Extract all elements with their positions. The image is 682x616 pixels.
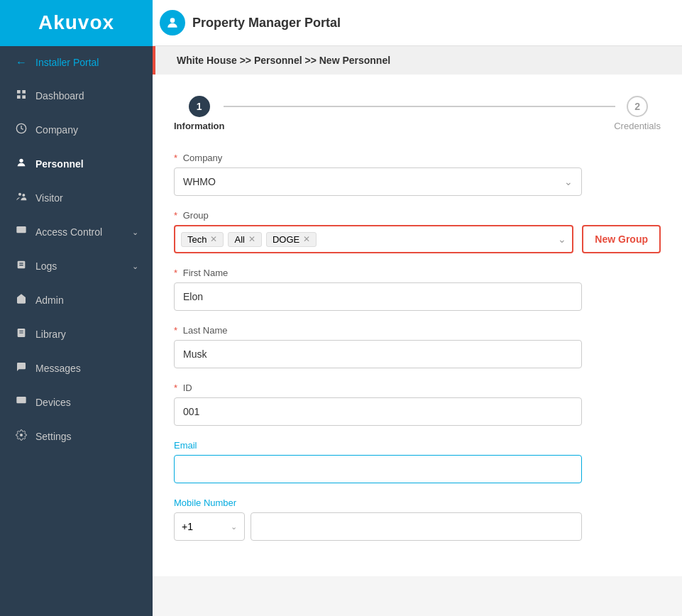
svg-rect-3: [17, 95, 21, 99]
tag-label: All: [234, 234, 244, 245]
email-label: Email: [174, 440, 661, 451]
group-tag-all: All ✕: [228, 232, 261, 247]
last-name-required: *: [174, 325, 177, 336]
chevron-down-icon: ⌄: [132, 228, 138, 237]
id-field-group: * ID: [174, 383, 661, 426]
country-code-value: +1: [182, 521, 193, 532]
personnel-icon: [14, 157, 28, 171]
step-1-circle: 1: [189, 96, 210, 117]
svg-point-7: [18, 193, 21, 196]
group-tag-doge: DOGE ✕: [266, 232, 317, 247]
breadcrumb: White House >> Personnel >> New Personne…: [153, 46, 682, 75]
group-required: *: [174, 210, 177, 221]
svg-point-17: [20, 434, 23, 436]
sidebar-item-dashboard[interactable]: Dashboard: [0, 79, 153, 113]
devices-icon: [14, 395, 28, 409]
group-select[interactable]: Tech ✕ All ✕ DOGE ✕ ⌄: [174, 225, 573, 253]
sidebar-item-label: Messages: [35, 363, 81, 374]
step-1: 1 Information: [174, 96, 225, 131]
sidebar-item-label: Library: [35, 329, 66, 340]
sidebar-item-personnel[interactable]: Personnel: [0, 147, 153, 181]
country-code-select[interactable]: +1 ⌄: [174, 512, 245, 541]
tag-remove-icon[interactable]: ✕: [248, 234, 255, 244]
svg-rect-16: [16, 397, 26, 403]
step-2-label: Credentials: [614, 121, 661, 131]
id-required: *: [174, 383, 177, 393]
last-name-field-group: * Last Name: [174, 325, 661, 368]
company-label: * Company: [174, 153, 661, 163]
sidebar-item-installer-portal[interactable]: ← Installer Portal: [0, 46, 153, 79]
chevron-down-icon: ⌄: [132, 262, 138, 271]
last-name-label: * Last Name: [174, 325, 661, 336]
group-field-group: * Group: [174, 210, 661, 221]
sidebar-item-label: Access Control: [35, 226, 102, 238]
step-2-circle: 2: [627, 96, 648, 117]
sidebar-item-label: Installer Portal: [35, 57, 99, 68]
sidebar-item-label: Personnel: [35, 158, 84, 170]
sidebar-item-settings[interactable]: Settings: [0, 419, 153, 453]
sidebar-item-label: Visitor: [35, 192, 63, 204]
new-group-button[interactable]: New Group: [582, 225, 661, 253]
sidebar-item-devices[interactable]: Devices: [0, 385, 153, 419]
id-input[interactable]: [174, 397, 582, 426]
chevron-down-icon: ⌄: [564, 176, 573, 187]
company-field-group: * Company WHMO ⌄: [174, 153, 661, 196]
tag-remove-icon[interactable]: ✕: [303, 234, 310, 244]
dashboard-icon: [14, 89, 28, 103]
visitor-icon: [14, 191, 28, 205]
sidebar-item-label: Settings: [35, 431, 72, 442]
sidebar-item-access-control[interactable]: Access Control ⌄: [0, 215, 153, 249]
email-field-group: Email: [174, 440, 661, 483]
logs-icon: [14, 259, 28, 273]
group-tag-tech: Tech ✕: [181, 232, 224, 247]
tag-label: Tech: [187, 234, 207, 245]
sidebar-item-label: Devices: [35, 397, 71, 408]
form-area: 1 Information 2 Credentials * Company: [153, 75, 682, 576]
first-name-required: *: [174, 268, 177, 278]
tag-remove-icon[interactable]: ✕: [210, 234, 217, 244]
step-2: 2 Credentials: [614, 96, 661, 131]
app-header: Akuvox Property Manager Portal: [0, 0, 682, 46]
main-layout: ← Installer Portal Dashboard Company Per…: [0, 46, 682, 616]
first-name-label: * First Name: [174, 268, 661, 278]
first-name-field-group: * First Name: [174, 268, 661, 311]
mobile-row: +1 ⌄: [174, 512, 582, 541]
logo-text: Akuvox: [38, 11, 114, 34]
last-name-input[interactable]: [174, 340, 582, 368]
company-select[interactable]: WHMO ⌄: [174, 167, 582, 196]
email-input[interactable]: [174, 455, 582, 483]
main-content: White House >> Personnel >> New Personne…: [153, 46, 682, 616]
group-label: * Group: [174, 210, 661, 221]
sidebar-item-label: Logs: [35, 260, 57, 272]
svg-rect-2: [22, 90, 26, 94]
svg-rect-1: [17, 90, 21, 94]
messages-icon: [14, 361, 28, 375]
company-icon: [14, 123, 28, 137]
portal-title: Property Manager Portal: [192, 16, 341, 31]
sidebar-item-admin[interactable]: Admin: [0, 283, 153, 317]
first-name-input[interactable]: [174, 282, 582, 311]
mobile-input[interactable]: [251, 512, 582, 541]
id-label: * ID: [174, 383, 661, 393]
svg-rect-4: [22, 95, 26, 99]
portal-icon: [160, 10, 185, 35]
company-value: WHMO: [183, 176, 216, 187]
mobile-label: Mobile Number: [174, 497, 661, 508]
svg-rect-9: [16, 226, 26, 233]
mobile-field-group: Mobile Number +1 ⌄: [174, 497, 661, 541]
settings-icon: [14, 429, 28, 444]
group-row: Tech ✕ All ✕ DOGE ✕ ⌄ New Group: [174, 225, 661, 253]
tag-label: DOGE: [273, 234, 299, 245]
sidebar-item-library[interactable]: Library: [0, 317, 153, 351]
library-icon: [14, 327, 28, 341]
stepper: 1 Information 2 Credentials: [174, 96, 661, 131]
svg-point-8: [22, 194, 25, 197]
chevron-down-icon: ⌄: [231, 522, 237, 532]
access-control-icon: [14, 225, 28, 239]
sidebar-item-logs[interactable]: Logs ⌄: [0, 249, 153, 283]
sidebar-item-label: Dashboard: [35, 90, 84, 101]
sidebar-item-label: Company: [35, 124, 78, 136]
sidebar-item-company[interactable]: Company: [0, 113, 153, 147]
sidebar-item-visitor[interactable]: Visitor: [0, 181, 153, 215]
sidebar-item-messages[interactable]: Messages: [0, 351, 153, 385]
